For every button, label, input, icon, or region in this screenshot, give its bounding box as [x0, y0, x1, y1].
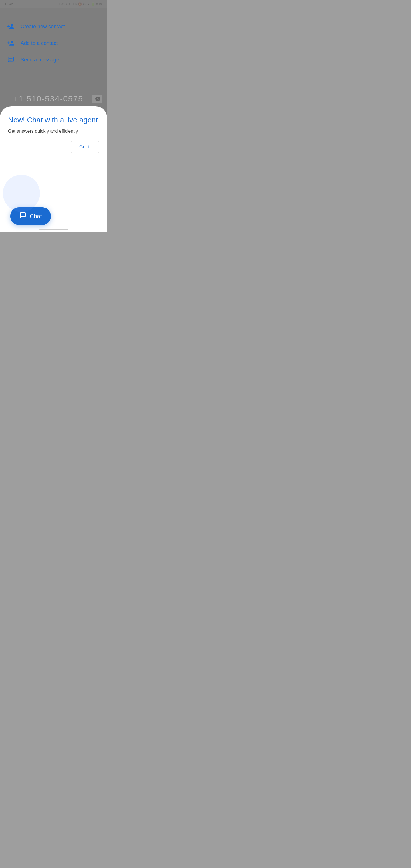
chat-button-icon: [20, 212, 26, 220]
sheet-title: New! Chat with a live agent: [8, 115, 99, 125]
menu-item-add-to-contact[interactable]: Add to a contact: [0, 35, 107, 52]
chat-button-label: Chat: [30, 213, 42, 220]
got-it-row: Got it: [8, 141, 99, 153]
home-indicator: [39, 229, 68, 230]
menu-label-send-message: Send a message: [21, 57, 59, 63]
menu-label-create-contact: Create new contact: [21, 24, 65, 30]
sheet-subtitle: Get answers quickly and efficiently: [8, 129, 99, 134]
context-menu: Create new contact Add to a contact Send…: [0, 8, 107, 68]
menu-item-create-contact[interactable]: Create new contact: [0, 18, 107, 35]
got-it-button[interactable]: Got it: [71, 141, 99, 153]
person-add-icon-1: [7, 23, 15, 30]
phone-number-display: +1 510-534-0575: [5, 94, 92, 103]
menu-item-send-message[interactable]: Send a message: [0, 52, 107, 68]
menu-label-add-to-contact: Add to a contact: [21, 40, 58, 46]
message-icon: [7, 56, 15, 63]
bottom-sheet: New! Chat with a live agent Get answers …: [0, 106, 107, 232]
chat-button-glow: [3, 175, 40, 212]
phone-number-bar: +1 510-534-0575: [0, 91, 107, 107]
person-add-icon-2: [7, 39, 15, 47]
backspace-button[interactable]: [92, 95, 102, 103]
